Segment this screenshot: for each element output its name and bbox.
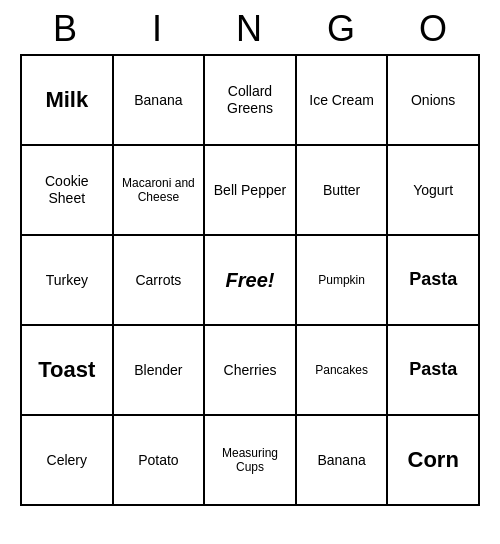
bingo-cell-2-1: Carrots: [114, 236, 206, 326]
bingo-cell-2-2: Free!: [205, 236, 297, 326]
bingo-cell-1-4: Yogurt: [388, 146, 480, 236]
header-letter-b: B: [22, 8, 110, 50]
bingo-cell-1-1: Macaroni and Cheese: [114, 146, 206, 236]
bingo-cell-3-1: Blender: [114, 326, 206, 416]
bingo-grid: MilkBananaCollard GreensIce CreamOnionsC…: [20, 54, 480, 506]
bingo-cell-1-0: Cookie Sheet: [22, 146, 114, 236]
bingo-cell-0-4: Onions: [388, 56, 480, 146]
bingo-cell-3-3: Pancakes: [297, 326, 389, 416]
header-letter-g: G: [298, 8, 386, 50]
header-letter-n: N: [206, 8, 294, 50]
bingo-cell-4-4: Corn: [388, 416, 480, 506]
bingo-cell-2-3: Pumpkin: [297, 236, 389, 326]
bingo-cell-4-1: Potato: [114, 416, 206, 506]
bingo-cell-4-2: Measuring Cups: [205, 416, 297, 506]
bingo-header: BINGO: [20, 0, 480, 54]
bingo-cell-0-1: Banana: [114, 56, 206, 146]
bingo-cell-3-0: Toast: [22, 326, 114, 416]
bingo-cell-0-3: Ice Cream: [297, 56, 389, 146]
bingo-row-4: CeleryPotatoMeasuring CupsBananaCorn: [22, 416, 480, 506]
bingo-cell-2-0: Turkey: [22, 236, 114, 326]
header-letter-o: O: [390, 8, 478, 50]
bingo-cell-3-4: Pasta: [388, 326, 480, 416]
bingo-row-3: ToastBlenderCherriesPancakesPasta: [22, 326, 480, 416]
bingo-cell-0-0: Milk: [22, 56, 114, 146]
bingo-row-1: Cookie SheetMacaroni and CheeseBell Pepp…: [22, 146, 480, 236]
bingo-row-2: TurkeyCarrotsFree!PumpkinPasta: [22, 236, 480, 326]
bingo-cell-4-3: Banana: [297, 416, 389, 506]
bingo-row-0: MilkBananaCollard GreensIce CreamOnions: [22, 56, 480, 146]
bingo-cell-4-0: Celery: [22, 416, 114, 506]
bingo-cell-0-2: Collard Greens: [205, 56, 297, 146]
bingo-cell-2-4: Pasta: [388, 236, 480, 326]
header-letter-i: I: [114, 8, 202, 50]
bingo-cell-1-3: Butter: [297, 146, 389, 236]
bingo-cell-3-2: Cherries: [205, 326, 297, 416]
bingo-cell-1-2: Bell Pepper: [205, 146, 297, 236]
